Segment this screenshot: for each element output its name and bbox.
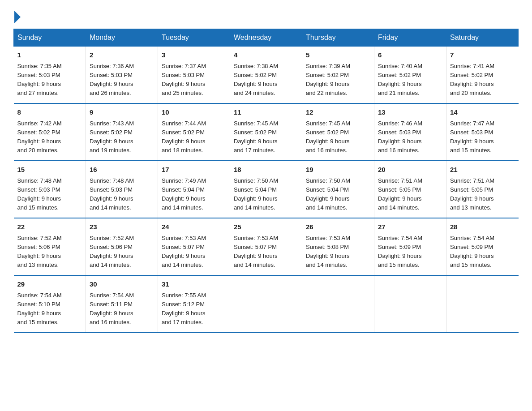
calendar-day-cell: 6Sunrise: 7:40 AMSunset: 5:02 PMDaylight… (374, 47, 446, 104)
day-number: 4 (234, 50, 298, 60)
day-info: Sunrise: 7:54 AMSunset: 5:09 PMDaylight:… (450, 234, 515, 270)
day-info: Sunrise: 7:44 AMSunset: 5:02 PMDaylight:… (162, 119, 226, 155)
day-info: Sunrise: 7:49 AMSunset: 5:04 PMDaylight:… (162, 176, 226, 213)
day-number: 14 (450, 107, 515, 118)
day-info: Sunrise: 7:40 AMSunset: 5:02 PMDaylight:… (378, 62, 442, 98)
day-info: Sunrise: 7:54 AMSunset: 5:10 PMDaylight:… (17, 291, 82, 327)
day-number: 30 (90, 279, 154, 290)
day-info: Sunrise: 7:45 AMSunset: 5:02 PMDaylight:… (234, 119, 298, 155)
logo-top (13, 9, 21, 23)
days-of-week-row: SundayMondayTuesdayWednesdayThursdayFrid… (14, 29, 519, 47)
calendar-day-cell: 20Sunrise: 7:51 AMSunset: 5:05 PMDayligh… (374, 161, 446, 218)
day-number: 17 (162, 165, 226, 175)
day-number: 22 (17, 222, 82, 232)
calendar-day-cell: 23Sunrise: 7:52 AMSunset: 5:06 PMDayligh… (86, 218, 158, 275)
day-number: 5 (306, 50, 370, 60)
day-info: Sunrise: 7:51 AMSunset: 5:05 PMDaylight:… (450, 176, 515, 213)
calendar-day-cell: 29Sunrise: 7:54 AMSunset: 5:10 PMDayligh… (14, 275, 86, 333)
calendar-day-cell: 4Sunrise: 7:38 AMSunset: 5:02 PMDaylight… (230, 47, 302, 104)
day-of-week-header: Thursday (302, 29, 374, 47)
day-info: Sunrise: 7:53 AMSunset: 5:07 PMDaylight:… (162, 234, 226, 270)
calendar-day-cell: 7Sunrise: 7:41 AMSunset: 5:02 PMDaylight… (446, 47, 519, 104)
day-number: 29 (17, 279, 82, 290)
logo (13, 9, 21, 21)
day-number: 3 (162, 50, 226, 60)
day-number: 26 (306, 222, 370, 232)
day-info: Sunrise: 7:50 AMSunset: 5:04 PMDaylight:… (306, 176, 370, 213)
calendar-day-cell: 24Sunrise: 7:53 AMSunset: 5:07 PMDayligh… (158, 218, 230, 275)
day-number: 24 (162, 222, 226, 232)
calendar-day-cell: 30Sunrise: 7:54 AMSunset: 5:11 PMDayligh… (86, 275, 158, 333)
day-info: Sunrise: 7:55 AMSunset: 5:12 PMDaylight:… (162, 291, 226, 327)
calendar-day-cell: 12Sunrise: 7:45 AMSunset: 5:02 PMDayligh… (302, 103, 374, 161)
day-number: 20 (378, 165, 442, 175)
calendar-day-cell: 17Sunrise: 7:49 AMSunset: 5:04 PMDayligh… (158, 161, 230, 218)
calendar-day-cell: 13Sunrise: 7:46 AMSunset: 5:03 PMDayligh… (374, 103, 446, 161)
calendar-day-cell (302, 275, 374, 333)
calendar-day-cell: 18Sunrise: 7:50 AMSunset: 5:04 PMDayligh… (230, 161, 302, 218)
calendar-day-cell: 10Sunrise: 7:44 AMSunset: 5:02 PMDayligh… (158, 103, 230, 161)
day-number: 28 (450, 222, 515, 232)
calendar-day-cell: 27Sunrise: 7:54 AMSunset: 5:09 PMDayligh… (374, 218, 446, 275)
calendar-day-cell (374, 275, 446, 333)
calendar-header: SundayMondayTuesdayWednesdayThursdayFrid… (14, 29, 519, 47)
calendar-day-cell: 28Sunrise: 7:54 AMSunset: 5:09 PMDayligh… (446, 218, 519, 275)
day-info: Sunrise: 7:52 AMSunset: 5:06 PMDaylight:… (17, 234, 82, 270)
calendar-week-row: 29Sunrise: 7:54 AMSunset: 5:10 PMDayligh… (14, 275, 519, 333)
calendar-day-cell: 14Sunrise: 7:47 AMSunset: 5:03 PMDayligh… (446, 103, 519, 161)
day-number: 19 (306, 165, 370, 175)
calendar-week-row: 15Sunrise: 7:48 AMSunset: 5:03 PMDayligh… (14, 161, 519, 218)
day-number: 21 (450, 165, 515, 175)
day-info: Sunrise: 7:42 AMSunset: 5:02 PMDaylight:… (17, 119, 82, 155)
calendar-table: SundayMondayTuesdayWednesdayThursdayFrid… (13, 29, 519, 333)
day-of-week-header: Wednesday (230, 29, 302, 47)
calendar-day-cell: 31Sunrise: 7:55 AMSunset: 5:12 PMDayligh… (158, 275, 230, 333)
day-info: Sunrise: 7:53 AMSunset: 5:08 PMDaylight:… (306, 234, 370, 270)
day-info: Sunrise: 7:50 AMSunset: 5:04 PMDaylight:… (234, 176, 298, 213)
day-number: 9 (90, 107, 154, 118)
day-number: 12 (306, 107, 370, 118)
day-number: 13 (378, 107, 442, 118)
day-number: 7 (450, 50, 515, 60)
day-info: Sunrise: 7:38 AMSunset: 5:02 PMDaylight:… (234, 62, 298, 98)
day-of-week-header: Saturday (446, 29, 519, 47)
day-info: Sunrise: 7:48 AMSunset: 5:03 PMDaylight:… (90, 176, 154, 213)
day-info: Sunrise: 7:39 AMSunset: 5:02 PMDaylight:… (306, 62, 370, 98)
day-info: Sunrise: 7:53 AMSunset: 5:07 PMDaylight:… (234, 234, 298, 270)
day-info: Sunrise: 7:51 AMSunset: 5:05 PMDaylight:… (378, 176, 442, 213)
day-info: Sunrise: 7:45 AMSunset: 5:02 PMDaylight:… (306, 119, 370, 155)
day-number: 23 (90, 222, 154, 232)
day-number: 18 (234, 165, 298, 175)
calendar-body: 1Sunrise: 7:35 AMSunset: 5:03 PMDaylight… (14, 47, 519, 333)
calendar-day-cell: 8Sunrise: 7:42 AMSunset: 5:02 PMDaylight… (14, 103, 86, 161)
day-info: Sunrise: 7:47 AMSunset: 5:03 PMDaylight:… (450, 119, 515, 155)
calendar-day-cell: 19Sunrise: 7:50 AMSunset: 5:04 PMDayligh… (302, 161, 374, 218)
day-info: Sunrise: 7:48 AMSunset: 5:03 PMDaylight:… (17, 176, 82, 213)
calendar-week-row: 1Sunrise: 7:35 AMSunset: 5:03 PMDaylight… (14, 47, 519, 104)
calendar-day-cell: 25Sunrise: 7:53 AMSunset: 5:07 PMDayligh… (230, 218, 302, 275)
logo-arrow-icon (14, 11, 21, 23)
calendar-day-cell: 5Sunrise: 7:39 AMSunset: 5:02 PMDaylight… (302, 47, 374, 104)
calendar-day-cell (230, 275, 302, 333)
day-info: Sunrise: 7:36 AMSunset: 5:03 PMDaylight:… (90, 62, 154, 98)
calendar-day-cell: 9Sunrise: 7:43 AMSunset: 5:02 PMDaylight… (86, 103, 158, 161)
day-number: 2 (90, 50, 154, 60)
day-number: 27 (378, 222, 442, 232)
day-number: 10 (162, 107, 226, 118)
day-of-week-header: Sunday (14, 29, 86, 47)
day-info: Sunrise: 7:35 AMSunset: 5:03 PMDaylight:… (17, 62, 82, 98)
calendar-week-row: 8Sunrise: 7:42 AMSunset: 5:02 PMDaylight… (14, 103, 519, 161)
day-number: 16 (90, 165, 154, 175)
calendar-day-cell: 22Sunrise: 7:52 AMSunset: 5:06 PMDayligh… (14, 218, 86, 275)
day-info: Sunrise: 7:54 AMSunset: 5:09 PMDaylight:… (378, 234, 442, 270)
day-number: 31 (162, 279, 226, 290)
day-info: Sunrise: 7:52 AMSunset: 5:06 PMDaylight:… (90, 234, 154, 270)
day-info: Sunrise: 7:37 AMSunset: 5:03 PMDaylight:… (162, 62, 226, 98)
page-header (13, 9, 519, 21)
calendar-day-cell: 15Sunrise: 7:48 AMSunset: 5:03 PMDayligh… (14, 161, 86, 218)
day-info: Sunrise: 7:41 AMSunset: 5:02 PMDaylight:… (450, 62, 515, 98)
calendar-day-cell: 1Sunrise: 7:35 AMSunset: 5:03 PMDaylight… (14, 47, 86, 104)
day-number: 6 (378, 50, 442, 60)
day-info: Sunrise: 7:43 AMSunset: 5:02 PMDaylight:… (90, 119, 154, 155)
day-number: 15 (17, 165, 82, 175)
